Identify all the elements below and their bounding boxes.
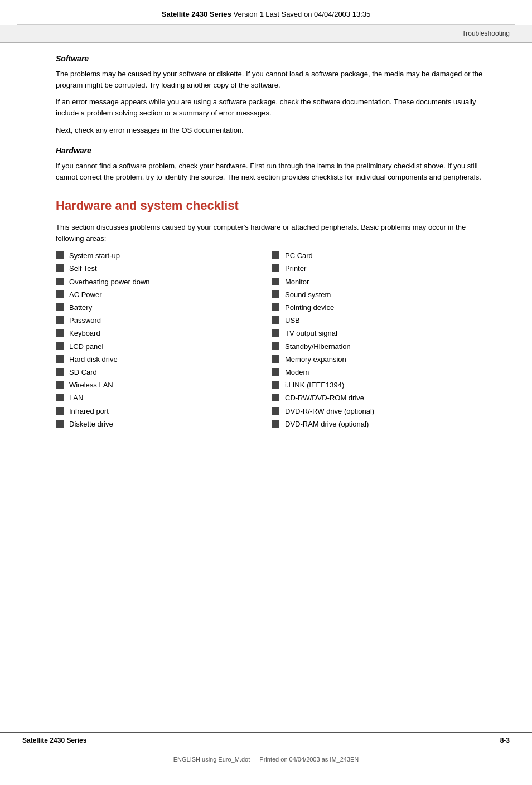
list-item: Overheating power down bbox=[56, 277, 272, 287]
section-header-right: Troubleshooting bbox=[0, 25, 532, 43]
list-item: Keyboard bbox=[56, 328, 272, 338]
bullet-icon bbox=[56, 420, 64, 428]
item-text: Standby/Hibernation bbox=[285, 342, 351, 352]
list-item: Pointing device bbox=[272, 303, 487, 313]
footer-note: ENGLISH using Euro_M.dot — Printed on 04… bbox=[173, 756, 359, 763]
page-wrapper: Satellite 2430 Series Version 1 Last Sav… bbox=[0, 0, 532, 785]
bullet-icon bbox=[272, 303, 279, 311]
hardware-section: Hardware If you cannot find a software p… bbox=[56, 146, 487, 183]
list-item: TV output signal bbox=[272, 328, 487, 338]
item-text: Monitor bbox=[285, 277, 309, 287]
software-title: Software bbox=[56, 54, 487, 63]
product-name: Satellite 2430 Series bbox=[162, 10, 231, 18]
checklist-left-col: System start-up Self Test Overheating po… bbox=[56, 251, 272, 432]
header-text: Satellite 2430 Series Version 1 Last Sav… bbox=[162, 10, 370, 18]
item-text: Self Test bbox=[69, 264, 97, 274]
bullet-icon bbox=[272, 342, 279, 350]
item-text: AC Power bbox=[69, 290, 102, 300]
bullet-icon bbox=[272, 381, 279, 389]
left-margin-line bbox=[31, 0, 31, 785]
saved-text: Last Saved on 04/04/2003 13:35 bbox=[265, 10, 370, 18]
list-item: LAN bbox=[56, 393, 272, 403]
item-text: Battery bbox=[69, 303, 92, 313]
list-item: AC Power bbox=[56, 290, 272, 300]
bottom-footer: Satellite 2430 Series 8-3 ENGLISH using … bbox=[0, 732, 532, 763]
list-item: i.LINK (IEEE1394) bbox=[272, 380, 487, 390]
version-label-word: Version bbox=[233, 10, 257, 18]
item-text: USB bbox=[285, 316, 300, 326]
bullet-icon bbox=[272, 407, 279, 415]
item-text: Printer bbox=[285, 264, 306, 274]
software-para-2: If an error message appears while you ar… bbox=[56, 96, 487, 119]
bullet-icon bbox=[56, 264, 64, 272]
bullet-icon bbox=[272, 329, 279, 337]
checklist-intro: This section discusses problems caused b… bbox=[56, 222, 487, 244]
list-item: PC Card bbox=[272, 251, 487, 261]
bullet-icon bbox=[56, 407, 64, 415]
list-item: Printer bbox=[272, 264, 487, 274]
list-item: DVD-R/-RW drive (optional) bbox=[272, 406, 487, 416]
item-text: CD-RW/DVD-ROM drive bbox=[285, 393, 364, 403]
main-content: Software The problems may be caused by y… bbox=[0, 43, 532, 443]
item-text: Password bbox=[69, 316, 101, 326]
list-item: SD Card bbox=[56, 367, 272, 377]
item-text: PC Card bbox=[285, 251, 313, 261]
list-item: USB bbox=[272, 316, 487, 326]
item-text: Hard disk drive bbox=[69, 355, 118, 365]
list-item: Infrared port bbox=[56, 406, 272, 416]
footer-page: 8-3 bbox=[500, 736, 510, 744]
item-text: System start-up bbox=[69, 251, 120, 261]
bullet-icon bbox=[56, 381, 64, 389]
list-item: Battery bbox=[56, 303, 272, 313]
software-section: Software The problems may be caused by y… bbox=[56, 54, 487, 136]
right-margin-line bbox=[515, 0, 515, 785]
bullet-icon bbox=[56, 329, 64, 337]
list-item: Hard disk drive bbox=[56, 355, 272, 365]
list-item: Password bbox=[56, 316, 272, 326]
list-item: Wireless LAN bbox=[56, 380, 272, 390]
bullet-icon bbox=[56, 303, 64, 311]
version-number: 1 bbox=[259, 10, 263, 18]
list-item: Self Test bbox=[56, 264, 272, 274]
list-item: Memory expansion bbox=[272, 355, 487, 365]
bullet-icon bbox=[56, 278, 64, 285]
list-item: Sound system bbox=[272, 290, 487, 300]
bullet-icon bbox=[272, 368, 279, 376]
item-text: DVD-R/-RW drive (optional) bbox=[285, 406, 374, 416]
bullet-icon bbox=[272, 278, 279, 285]
list-item: CD-RW/DVD-ROM drive bbox=[272, 393, 487, 403]
item-text: i.LINK (IEEE1394) bbox=[285, 380, 344, 390]
checklist-heading: Hardware and system checklist bbox=[56, 198, 487, 213]
item-text: Diskette drive bbox=[69, 419, 113, 429]
software-para-3: Next, check any error messages in the OS… bbox=[56, 125, 487, 136]
item-text: Modem bbox=[285, 367, 309, 377]
item-text: Keyboard bbox=[69, 328, 100, 338]
list-item: DVD-RAM drive (optional) bbox=[272, 419, 487, 429]
item-text: Memory expansion bbox=[285, 355, 346, 365]
software-para-1: The problems may be caused by your softw… bbox=[56, 69, 487, 91]
bullet-icon bbox=[56, 316, 64, 324]
item-text: SD Card bbox=[69, 367, 97, 377]
list-item: System start-up bbox=[56, 251, 272, 261]
hardware-para: If you cannot find a software problem, c… bbox=[56, 161, 487, 183]
bullet-icon bbox=[56, 290, 64, 298]
list-item: Diskette drive bbox=[56, 419, 272, 429]
list-item: Monitor bbox=[272, 277, 487, 287]
checklist-right-col: PC Card Printer Monitor Sound system Poi… bbox=[272, 251, 487, 432]
bullet-icon bbox=[56, 355, 64, 363]
bullet-icon bbox=[56, 394, 64, 401]
bullet-icon bbox=[56, 251, 64, 259]
top-margin-line bbox=[31, 31, 515, 31]
bullet-icon bbox=[272, 420, 279, 428]
item-text: Wireless LAN bbox=[69, 380, 113, 390]
item-text: Infrared port bbox=[69, 406, 109, 416]
item-text: Sound system bbox=[285, 290, 331, 300]
bullet-icon bbox=[272, 316, 279, 324]
bullet-icon bbox=[56, 342, 64, 350]
bullet-icon bbox=[272, 290, 279, 298]
item-text: TV output signal bbox=[285, 328, 337, 338]
item-text: Pointing device bbox=[285, 303, 334, 313]
item-text: DVD-RAM drive (optional) bbox=[285, 419, 369, 429]
item-text: LAN bbox=[69, 393, 83, 403]
hardware-title: Hardware bbox=[56, 146, 487, 155]
